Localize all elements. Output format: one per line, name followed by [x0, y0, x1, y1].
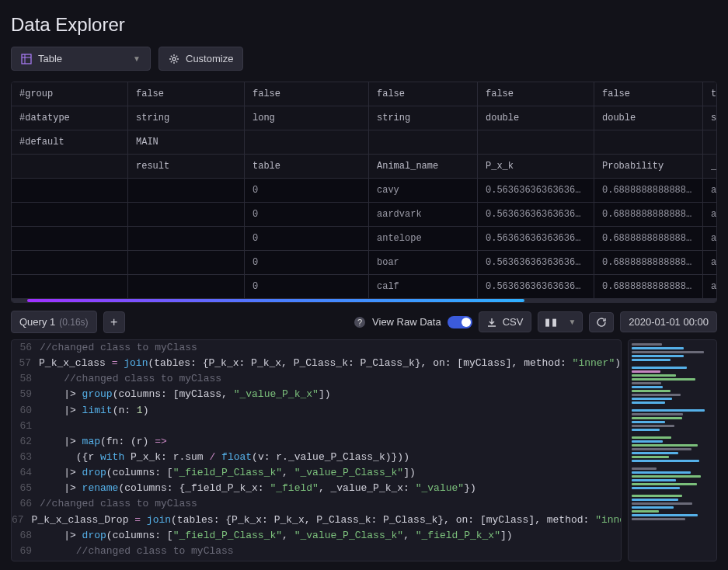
table-cell: 0 — [245, 251, 369, 275]
table-cell: aquatic — [703, 203, 717, 227]
table-cell: aardvark — [369, 203, 478, 227]
table-cell: 0.688888888888888 — [594, 227, 703, 251]
minimap-line — [632, 378, 695, 381]
minimap-line — [632, 351, 704, 353]
gear-icon — [169, 54, 179, 64]
view-type-label: Table — [38, 53, 62, 64]
code-content: P_k_x_class = join(tables: {P_k_x: P_k_x… — [39, 356, 621, 371]
table-header-cell: false — [478, 82, 594, 106]
minimap-line — [632, 401, 665, 404]
line-number: 57 — [12, 356, 39, 371]
minimap-line — [632, 355, 684, 357]
minimap-line — [632, 436, 671, 439]
code-line: 67P_k_x_class_Drop = join(tables: {P_k_x… — [12, 513, 621, 528]
minimap-line — [632, 471, 691, 474]
minimap-line — [632, 433, 713, 435]
minimap-line — [632, 518, 685, 520]
minimap-line — [632, 421, 665, 423]
line-number: 64 — [12, 465, 40, 481]
refresh-button[interactable] — [589, 312, 614, 332]
table-cell — [12, 203, 128, 227]
query-time: (0.16s) — [59, 317, 88, 328]
table-header-cell: false — [128, 82, 245, 106]
minimap-line — [632, 483, 697, 485]
code-content: //changed class to myClass — [40, 371, 221, 387]
pause-dropdown[interactable]: ▮▮ ▼ — [538, 311, 583, 332]
minimap-line — [632, 343, 662, 346]
table-header-cell: table — [245, 155, 369, 179]
view-raw-toggle[interactable] — [448, 316, 472, 328]
line-number: 62 — [12, 434, 40, 450]
minimap-line — [632, 448, 691, 450]
table-header-cell: false — [594, 82, 703, 106]
minimap-line — [632, 382, 661, 384]
data-table: #groupfalsefalsefalsefalsefalsetrue#data… — [11, 82, 717, 303]
code-content: //changed class to myClass — [40, 544, 234, 559]
table-meta-cell: #group — [12, 82, 128, 106]
chevron-down-icon: ▼ — [568, 318, 576, 326]
minimap-line — [632, 479, 676, 481]
minimap-line — [632, 467, 657, 470]
table-header-cell — [245, 130, 369, 155]
minimap-line — [632, 514, 698, 516]
scrollbar-thumb[interactable] — [27, 299, 524, 302]
csv-button[interactable]: CSV — [479, 311, 532, 332]
line-number: 63 — [12, 450, 40, 465]
table-cell: 0 — [245, 179, 369, 203]
horizontal-scrollbar[interactable] — [12, 299, 716, 302]
minimap-line — [632, 413, 683, 415]
minimap-line — [632, 440, 663, 443]
line-number: 58 — [12, 371, 40, 387]
code-content: ({r with P_x_k: r.sum / float(v: r._valu… — [40, 450, 409, 465]
query-tab[interactable]: Query 1 (0.16s) — [11, 311, 97, 333]
minimap-line — [632, 456, 669, 458]
code-content: |> limit(n: 1) — [40, 403, 148, 419]
minimap-line — [632, 363, 713, 365]
code-content: |> drop(columns: ["_field_P_Class_k", "_… — [40, 465, 416, 481]
view-type-select[interactable]: Table ▼ — [11, 47, 151, 71]
table-header-cell — [594, 130, 703, 155]
page-title: Data Explorer — [11, 14, 717, 36]
table-cell — [12, 275, 128, 299]
code-content: //changed class to myClass — [40, 340, 197, 356]
line-number: 69 — [12, 544, 40, 559]
table-meta-cell: #datatype — [12, 106, 128, 130]
code-line: 68 |> drop(columns: ["_field_P_Class_k",… — [12, 528, 621, 544]
code-line: 58 //changed class to myClass — [12, 371, 621, 387]
csv-label: CSV — [503, 316, 524, 328]
code-line: 61 — [12, 419, 621, 434]
download-icon — [487, 318, 496, 327]
table-cell: 0.688888888888888 — [594, 179, 703, 203]
minimap-line — [632, 491, 713, 493]
table-header-cell: Animal_name — [369, 155, 478, 179]
table-cell — [128, 203, 245, 227]
code-editor[interactable]: 56//changed class to myClass57P_k_x_clas… — [11, 339, 622, 561]
refresh-icon — [596, 317, 607, 328]
minimap[interactable] — [628, 339, 717, 561]
minimap-line — [632, 502, 692, 505]
code-line: 70 |> group(columns: [myClass, "_value_P… — [12, 559, 621, 561]
minimap-line — [632, 417, 682, 419]
table-icon — [21, 54, 32, 64]
code-line: 66//changed class to myClass — [12, 496, 621, 512]
table-cell: 0.5636363636363636 — [478, 227, 594, 251]
code-line: 69 //changed class to myClass — [12, 544, 621, 559]
table-cell: antelope — [369, 227, 478, 251]
date-range-button[interactable]: 2020-01-01 00:00 — [620, 311, 717, 332]
table-cell — [12, 227, 128, 251]
line-number: 61 — [12, 419, 40, 434]
table-header-cell: P_x_k — [478, 155, 594, 179]
table-cell: 0.5636363636363636 — [478, 179, 594, 203]
code-content: |> map(fn: (r) => — [40, 434, 167, 450]
add-query-button[interactable]: + — [103, 311, 125, 333]
minimap-line — [632, 359, 671, 361]
table-meta-cell — [12, 155, 128, 179]
view-raw-label: View Raw Data — [372, 316, 441, 328]
line-number: 60 — [12, 403, 40, 419]
code-line: 63 ({r with P_x_k: r.sum / float(v: r._v… — [12, 450, 621, 465]
table-cell: 0 — [245, 203, 369, 227]
customize-button[interactable]: Customize — [158, 47, 243, 71]
date-range-label: 2020-01-01 00:00 — [629, 316, 709, 328]
minimap-line — [632, 495, 682, 497]
table-header-cell: _field_P — [703, 155, 717, 179]
